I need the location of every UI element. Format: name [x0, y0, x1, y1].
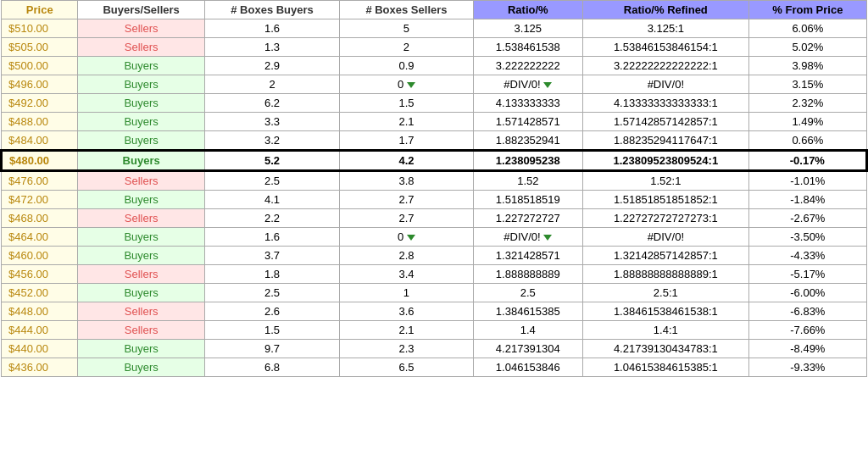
price-cell: $505.00	[2, 38, 78, 57]
ratio-cell: 2.5	[473, 284, 582, 302]
buyers-sellers-cell: Buyers	[78, 340, 204, 358]
ratio-refined-cell: 1.04615384615385:1	[582, 358, 748, 377]
ratio-refined-cell: #DIV/0!	[582, 75, 748, 94]
ratio-cell: #DIV/0!	[473, 75, 582, 94]
price-cell: $500.00	[2, 57, 78, 75]
ratio-refined-cell: 1.88888888888889:1	[582, 265, 748, 284]
from-price-cell: -1.01%	[748, 171, 866, 191]
main-table: Price Buyers/Sellers # Boxes Buyers # Bo…	[0, 0, 868, 377]
price-cell: $464.00	[2, 228, 78, 247]
boxes-sellers-cell: 2.3	[340, 340, 473, 358]
price-cell: $452.00	[2, 284, 78, 302]
boxes-sellers-cell: 3.4	[340, 265, 473, 284]
table-row: $488.00Buyers3.32.11.5714285711.57142857…	[2, 113, 867, 131]
price-cell: $484.00	[2, 131, 78, 151]
boxes-sellers-cell: 5	[340, 19, 473, 38]
table-row: $472.00Buyers4.12.71.5185185191.51851851…	[2, 191, 867, 209]
boxes-buyers-cell: 6.2	[204, 94, 339, 113]
triangle-icon	[407, 82, 415, 88]
ratio-refined-cell: 1.57142857142857:1	[582, 113, 748, 131]
table-row: $452.00Buyers2.512.52.5:1-6.00%	[2, 284, 867, 302]
buyers-sellers-cell: Buyers	[78, 75, 204, 94]
buyers-sellers-cell: Buyers	[78, 191, 204, 209]
price-cell: $444.00	[2, 321, 78, 340]
ratio-refined-cell: 3.22222222222222:1	[582, 57, 748, 75]
buyers-sellers-cell: Buyers	[78, 284, 204, 302]
buyers-sellers-cell: Sellers	[78, 265, 204, 284]
buyers-sellers-cell: Sellers	[78, 302, 204, 321]
buyers-sellers-cell: Buyers	[78, 247, 204, 265]
boxes-sellers-cell: 3.6	[340, 302, 473, 321]
boxes-buyers-cell: 2.5	[204, 171, 339, 191]
ratio-refined-cell: 1.38461538461538:1	[582, 302, 748, 321]
price-cell: $472.00	[2, 191, 78, 209]
buyers-sellers-header: Buyers/Sellers	[78, 1, 204, 19]
price-cell: $436.00	[2, 358, 78, 377]
boxes-sellers-cell: 2.8	[340, 247, 473, 265]
table-row: $510.00Sellers1.653.1253.125:16.06%	[2, 19, 867, 38]
buyers-sellers-cell: Sellers	[78, 38, 204, 57]
table-row: $436.00Buyers6.86.51.0461538461.04615384…	[2, 358, 867, 377]
triangle-icon	[543, 235, 552, 241]
from-price-cell: -4.33%	[748, 247, 866, 265]
boxes-sellers-cell: 3.8	[340, 171, 473, 191]
price-cell: $488.00	[2, 113, 78, 131]
boxes-sellers-cell: 1	[340, 284, 473, 302]
boxes-sellers-cell: 1.7	[340, 131, 473, 151]
ratio-refined-cell: 2.5:1	[582, 284, 748, 302]
table-row: $464.00Buyers1.60 #DIV/0! #DIV/0!-3.50%	[2, 228, 867, 247]
table-row: $484.00Buyers3.21.71.8823529411.88235294…	[2, 131, 867, 151]
ratio-cell: 1.882352941	[473, 131, 582, 151]
table-row: $476.00Sellers2.53.81.521.52:1-1.01%	[2, 171, 867, 191]
price-header: Price	[2, 1, 78, 19]
price-cell: $448.00	[2, 302, 78, 321]
boxes-buyers-cell: 1.6	[204, 228, 339, 247]
from-price-cell: -6.00%	[748, 284, 866, 302]
table-row: $456.00Sellers1.83.41.8888888891.8888888…	[2, 265, 867, 284]
boxes-sellers-cell: 4.2	[340, 151, 473, 171]
boxes-buyers-header: # Boxes Buyers	[204, 1, 339, 19]
table-row: $500.00Buyers2.90.93.2222222223.22222222…	[2, 57, 867, 75]
boxes-buyers-cell: 2.9	[204, 57, 339, 75]
ratio-cell: 1.888888889	[473, 265, 582, 284]
buyers-sellers-cell: Buyers	[78, 57, 204, 75]
boxes-buyers-cell: 2	[204, 75, 339, 94]
from-price-cell: -8.49%	[748, 340, 866, 358]
boxes-buyers-cell: 1.8	[204, 265, 339, 284]
ratio-cell: 1.52	[473, 171, 582, 191]
ratio-cell: 3.222222222	[473, 57, 582, 75]
boxes-buyers-cell: 4.1	[204, 191, 339, 209]
table-row: $460.00Buyers3.72.81.3214285711.32142857…	[2, 247, 867, 265]
from-price-cell: 5.02%	[748, 38, 866, 57]
table-row: $505.00Sellers1.321.5384615381.538461538…	[2, 38, 867, 57]
ratio-cell: 4.133333333	[473, 94, 582, 113]
boxes-buyers-cell: 6.8	[204, 358, 339, 377]
table-row: $480.00Buyers5.24.21.2380952381.23809523…	[2, 151, 867, 171]
price-cell: $480.00	[2, 151, 78, 171]
ratio-refined-header: Ratio/% Refined	[582, 1, 748, 19]
boxes-sellers-cell: 6.5	[340, 358, 473, 377]
ratio-refined-cell: 1.4:1	[582, 321, 748, 340]
from-price-cell: 0.66%	[748, 131, 866, 151]
ratio-cell: #DIV/0!	[473, 228, 582, 247]
ratio-refined-cell: 1.32142857142857:1	[582, 247, 748, 265]
buyers-sellers-cell: Buyers	[78, 151, 204, 171]
boxes-buyers-cell: 3.3	[204, 113, 339, 131]
ratio-cell: 1.238095238	[473, 151, 582, 171]
ratio-cell: 1.571428571	[473, 113, 582, 131]
ratio-refined-cell: 1.53846153846154:1	[582, 38, 748, 57]
boxes-sellers-cell: 2.1	[340, 113, 473, 131]
from-price-cell: -1.84%	[748, 191, 866, 209]
price-cell: $456.00	[2, 265, 78, 284]
table-row: $468.00Sellers2.22.71.2272727271.2272727…	[2, 209, 867, 228]
ratio-cell: 1.518518519	[473, 191, 582, 209]
buyers-sellers-cell: Buyers	[78, 131, 204, 151]
buyers-sellers-cell: Buyers	[78, 358, 204, 377]
table-row: $440.00Buyers9.72.34.2173913044.21739130…	[2, 340, 867, 358]
price-cell: $510.00	[2, 19, 78, 38]
buyers-sellers-cell: Buyers	[78, 113, 204, 131]
boxes-buyers-cell: 1.6	[204, 19, 339, 38]
buyers-sellers-cell: Buyers	[78, 94, 204, 113]
ratio-cell: 1.227272727	[473, 209, 582, 228]
ratio-cell: 1.4	[473, 321, 582, 340]
